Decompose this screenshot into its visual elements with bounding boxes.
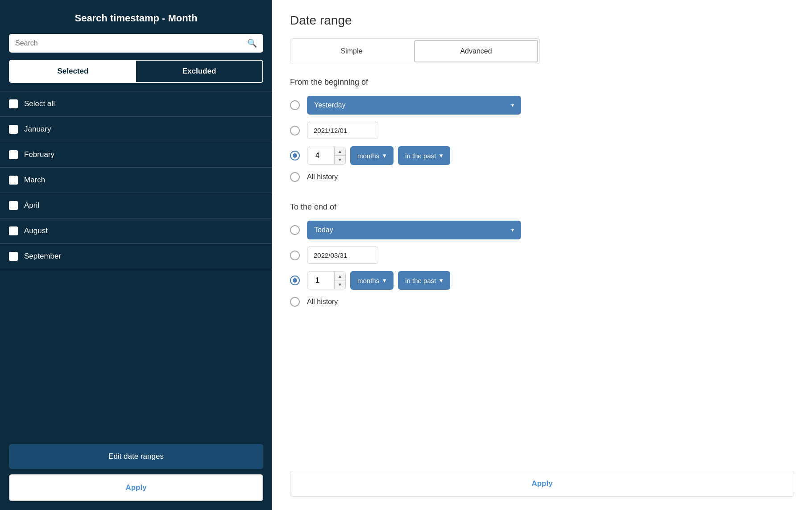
checkbox-april[interactable] (9, 201, 18, 210)
label-march: March (24, 176, 45, 185)
toggle-row: Selected Excluded (9, 60, 263, 83)
checkbox-january[interactable] (9, 125, 18, 134)
chevron-down-icon: ▾ (511, 227, 514, 233)
to-relative-group: ▲ ▼ months ▾ in the past ▾ (307, 271, 450, 290)
selected-toggle-button[interactable]: Selected (10, 61, 136, 82)
excluded-toggle-button[interactable]: Excluded (136, 61, 262, 82)
to-option-all-history: All history (290, 297, 794, 307)
edit-date-ranges-button[interactable]: Edit date ranges (9, 444, 263, 469)
search-icon: 🔍 (247, 38, 257, 48)
apply-button-left[interactable]: Apply (9, 474, 263, 501)
search-bar: 🔍 (9, 34, 263, 53)
label-february: February (24, 150, 54, 159)
to-option-date (290, 247, 794, 264)
chevron-down-icon: ▾ (511, 102, 514, 108)
to-number-input[interactable] (307, 272, 334, 289)
from-radio-yesterday[interactable] (290, 100, 300, 110)
to-option-relative: ▲ ▼ months ▾ in the past ▾ (290, 271, 794, 290)
checkbox-march[interactable] (9, 176, 18, 185)
from-direction-dropdown[interactable]: in the past ▾ (398, 146, 450, 165)
select-all-checkbox[interactable] (9, 99, 18, 108)
checkbox-september[interactable] (9, 252, 18, 261)
select-all-item[interactable]: Select all (0, 91, 272, 117)
from-section-label: From the beginning of (290, 78, 794, 87)
to-radio-relative[interactable] (290, 276, 300, 285)
to-spin-down[interactable]: ▼ (335, 280, 345, 289)
from-all-history-label: All history (307, 173, 338, 181)
to-date-input[interactable] (307, 247, 378, 264)
tab-row: Simple Advanced (290, 38, 540, 64)
list-item-march[interactable]: March (0, 168, 272, 193)
from-spin-down[interactable]: ▼ (335, 156, 345, 164)
from-spin-up[interactable]: ▲ (335, 147, 345, 156)
from-spinners: ▲ ▼ (334, 147, 345, 164)
list-item-january[interactable]: January (0, 117, 272, 142)
label-april: April (24, 201, 39, 210)
from-yesterday-dropdown[interactable]: Yesterday ▾ (307, 96, 521, 115)
from-relative-group: ▲ ▼ months ▾ in the past ▾ (307, 146, 450, 165)
to-option-today: Today ▾ (290, 221, 794, 239)
left-panel-title: Search timestamp - Month (0, 0, 272, 34)
from-radio-all-history[interactable] (290, 172, 300, 182)
to-spinners: ▲ ▼ (334, 272, 345, 289)
to-all-history-label: All history (307, 298, 338, 306)
to-radio-date[interactable] (290, 251, 300, 260)
to-section-label: To the end of (290, 202, 794, 212)
list-items: Select all January February March April … (0, 91, 272, 437)
bottom-actions: Edit date ranges Apply (0, 437, 272, 510)
list-item-february[interactable]: February (0, 142, 272, 168)
section-spacer-2 (290, 314, 794, 327)
checkbox-february[interactable] (9, 150, 18, 159)
from-option-relative: ▲ ▼ months ▾ in the past ▾ (290, 146, 794, 165)
from-number-input[interactable] (307, 147, 334, 164)
to-radio-all-history[interactable] (290, 297, 300, 307)
chevron-down-icon: ▾ (383, 152, 386, 160)
from-radio-date[interactable] (290, 126, 300, 136)
list-item-april[interactable]: April (0, 193, 272, 218)
search-input[interactable] (15, 39, 247, 47)
from-date-input[interactable] (307, 122, 378, 139)
list-item-august[interactable]: August (0, 218, 272, 244)
to-unit-dropdown[interactable]: months ▾ (350, 271, 394, 290)
tab-advanced[interactable]: Advanced (414, 40, 538, 62)
from-number-box: ▲ ▼ (307, 147, 346, 165)
to-spin-up[interactable]: ▲ (335, 272, 345, 280)
chevron-down-icon: ▾ (439, 276, 443, 284)
to-direction-dropdown[interactable]: in the past ▾ (398, 271, 450, 290)
right-panel: Date range Simple Advanced From the begi… (272, 0, 812, 510)
tab-simple[interactable]: Simple (290, 39, 413, 64)
to-today-dropdown[interactable]: Today ▾ (307, 221, 521, 239)
from-option-all-history: All history (290, 172, 794, 182)
left-panel: Search timestamp - Month 🔍 Selected Excl… (0, 0, 272, 510)
checkbox-august[interactable] (9, 226, 18, 235)
chevron-down-icon: ▾ (383, 276, 386, 284)
label-september: September (24, 252, 61, 261)
select-all-label: Select all (24, 99, 55, 108)
label-january: January (24, 125, 51, 134)
section-spacer (290, 189, 794, 202)
date-range-title: Date range (290, 13, 794, 28)
to-radio-today[interactable] (290, 225, 300, 235)
chevron-down-icon: ▾ (439, 152, 443, 160)
from-unit-dropdown[interactable]: months ▾ (350, 146, 394, 165)
from-option-date (290, 122, 794, 139)
to-number-box: ▲ ▼ (307, 271, 346, 289)
from-radio-relative[interactable] (290, 151, 300, 160)
from-option-yesterday: Yesterday ▾ (290, 96, 794, 115)
list-item-september[interactable]: September (0, 244, 272, 269)
apply-button-right[interactable]: Apply (290, 471, 794, 497)
label-august: August (24, 226, 48, 235)
